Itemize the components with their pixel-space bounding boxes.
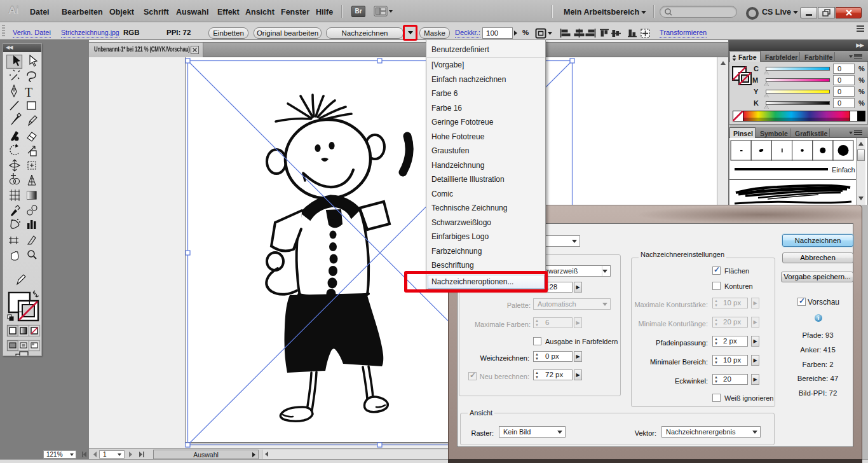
svg-text:Einfach: Einfach <box>832 166 855 174</box>
svg-text:T: T <box>25 85 32 99</box>
